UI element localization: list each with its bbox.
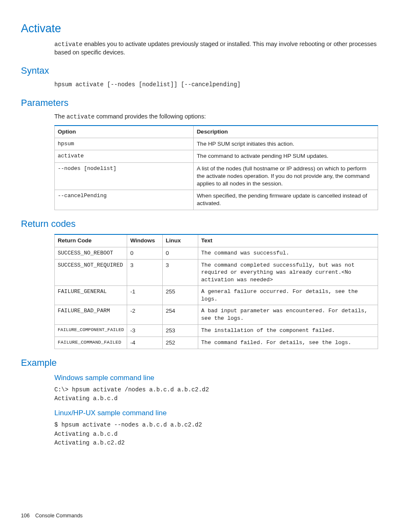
params-header-desc: Description xyxy=(194,126,378,138)
rc-lin: 3 xyxy=(163,259,198,286)
table-row: hpsum The HP SUM script initiates this a… xyxy=(55,138,378,150)
example-win-heading: Windows sample command line xyxy=(54,373,378,383)
rc-lin: 252 xyxy=(163,337,198,349)
rc-text: The command was successful. xyxy=(198,247,378,259)
params-intro-pre: The xyxy=(54,113,66,120)
intro-code: activate xyxy=(54,41,82,48)
example-lin-heading: Linux/HP-UX sample command line xyxy=(54,409,378,418)
rc-code: FAILURE_GENERAL xyxy=(55,286,127,305)
rc-code: FAILURE_BAD_PARM xyxy=(55,305,127,324)
param-desc: The HP SUM script initiates this action. xyxy=(194,138,378,150)
parameters-intro: The activate command provides the follow… xyxy=(54,113,378,121)
intro-text: enables you to activate updates previous… xyxy=(54,41,377,56)
param-desc: A list of the nodes (full hostname or IP… xyxy=(194,162,378,190)
rc-lin: 254 xyxy=(163,305,198,324)
example-heading: Example xyxy=(21,357,378,369)
rc-text: A general failure occurred. For details,… xyxy=(198,286,378,305)
param-option: activate xyxy=(55,150,194,162)
rc-header-lin: Linux xyxy=(163,234,198,247)
example-win-code: C:\> hpsum activate /nodes a.b.c.d a.b.c… xyxy=(54,386,378,403)
syntax-code: hpsum activate [--nodes [nodelist]] [--c… xyxy=(54,80,378,90)
table-row: --cancelPending When specified, the pend… xyxy=(55,190,378,210)
rc-win: -1 xyxy=(127,286,163,305)
param-desc: The command to activate pending HP SUM u… xyxy=(194,150,378,162)
returncodes-heading: Return codes xyxy=(21,218,378,230)
rc-win: -4 xyxy=(127,337,163,349)
rc-text: The installation of the component failed… xyxy=(198,324,378,337)
rc-win: 0 xyxy=(127,247,163,259)
rc-code: SUCCESS_NO_REBOOT xyxy=(55,247,127,259)
rc-text: The command completed successfully, but … xyxy=(198,259,378,286)
rc-win: -2 xyxy=(127,305,163,324)
syntax-heading: Syntax xyxy=(21,64,378,77)
rc-text: The command failed. For details, see the… xyxy=(198,337,378,349)
rc-code: FAILURE_COMMAND_FAILED xyxy=(55,337,127,349)
rc-header-text: Text xyxy=(198,234,378,247)
parameters-heading: Parameters xyxy=(21,97,378,109)
param-option: --cancelPending xyxy=(55,190,194,210)
param-option: hpsum xyxy=(55,138,194,150)
table-row: --nodes [nodelist] A list of the nodes (… xyxy=(55,162,378,190)
rc-win: -3 xyxy=(127,324,163,337)
rc-text: A bad input parameter was encountered. F… xyxy=(198,305,378,324)
rc-header-code: Return Code xyxy=(55,234,127,247)
rc-win: 3 xyxy=(127,259,163,286)
param-option: --nodes [nodelist] xyxy=(55,162,194,190)
table-row: SUCCESS_NO_REBOOT 0 0 The command was su… xyxy=(55,247,378,259)
param-desc: When specified, the pending firmware upd… xyxy=(194,190,378,210)
rc-header-win: Windows xyxy=(127,234,163,247)
rc-code: SUCCESS_NOT_REQUIRED xyxy=(55,259,127,286)
returncodes-table: Return Code Windows Linux Text SUCCESS_N… xyxy=(54,234,378,349)
intro-paragraph: activate enables you to activate updates… xyxy=(54,40,378,57)
table-row: FAILURE_COMPONENT_FAILED -3 253 The inst… xyxy=(55,324,378,337)
params-intro-post: command provides the following options: xyxy=(95,113,206,120)
page-title: Activate xyxy=(21,21,378,36)
rc-lin: 253 xyxy=(163,324,198,337)
parameters-table: Option Description hpsum The HP SUM scri… xyxy=(54,125,378,210)
table-row: FAILURE_BAD_PARM -2 254 A bad input para… xyxy=(55,305,378,324)
table-row: FAILURE_GENERAL -1 255 A general failure… xyxy=(55,286,378,305)
table-row: activate The command to activate pending… xyxy=(55,150,378,162)
table-row: FAILURE_COMMAND_FAILED -4 252 The comman… xyxy=(55,337,378,349)
table-row: SUCCESS_NOT_REQUIRED 3 3 The command com… xyxy=(55,259,378,286)
rc-lin: 0 xyxy=(163,247,198,259)
params-header-option: Option xyxy=(55,126,194,138)
rc-code: FAILURE_COMPONENT_FAILED xyxy=(55,324,127,337)
rc-lin: 255 xyxy=(163,286,198,305)
example-lin-code: $ hpsum activate --nodes a.b.c.d a.b.c2.… xyxy=(54,421,378,448)
params-intro-code: activate xyxy=(66,113,95,120)
